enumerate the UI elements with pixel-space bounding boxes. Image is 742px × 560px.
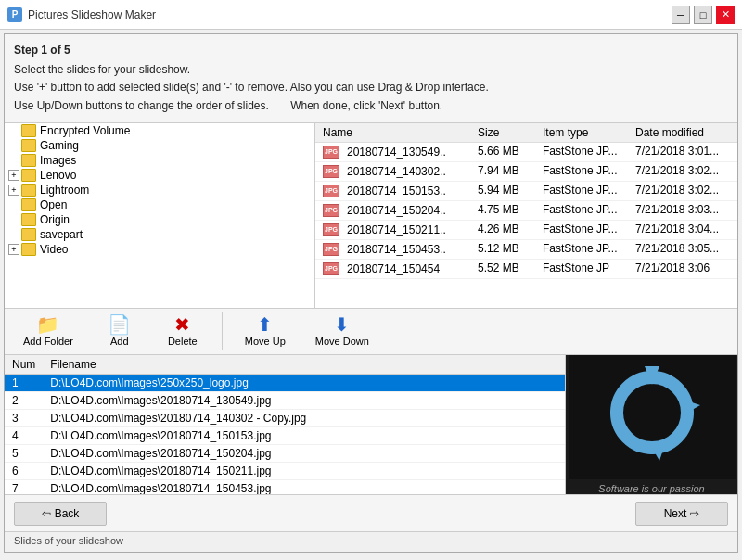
add-folder-button[interactable]: 📁 Add Folder	[12, 312, 84, 350]
instruction-line1: Select the slides for your slideshow.	[14, 61, 728, 79]
folder-label: Origin	[40, 213, 70, 226]
slides-col-filename: Filename	[43, 355, 565, 375]
file-row[interactable]: JPG20180714_140302..7.94 MBFastStone JP.…	[315, 162, 737, 182]
main-window: Step 1 of 5 Select the slides for your s…	[4, 33, 738, 553]
folder-label: Video	[40, 243, 68, 256]
table-row[interactable]: 6D:\LO4D.com\Images\20180714_150211.jpg	[5, 462, 565, 479]
window-title: Pictures Slideshow Maker	[28, 8, 666, 21]
folder-label: Gaming	[40, 139, 79, 152]
delete-icon: ✖	[174, 315, 190, 334]
add-label: Add	[110, 336, 129, 347]
slides-table[interactable]: Num Filename 1D:\LO4D.com\Images\250x250…	[5, 355, 565, 494]
delete-label: Delete	[168, 336, 198, 347]
back-button[interactable]: ⇦ Back	[14, 502, 107, 526]
preview-svg	[582, 362, 722, 473]
file-row[interactable]: JPG20180714_150453..5.12 MBFastStone JP.…	[315, 240, 737, 260]
file-row[interactable]: JPG20180714_150204..4.75 MBFastStone JP.…	[315, 201, 737, 221]
folder-tree-item[interactable]: +Lenovo	[5, 168, 314, 183]
back-arrow-icon: ⇦	[42, 507, 51, 520]
folder-tree-item[interactable]: Encrypted Volume	[5, 123, 314, 138]
table-row[interactable]: 2D:\LO4D.com\Images\20180714_130549.jpg	[5, 391, 565, 409]
file-row[interactable]: JPG20180714_1504545.52 MBFastStone JP7/2…	[315, 260, 737, 279]
folder-label: Open	[40, 198, 67, 211]
file-row[interactable]: JPG20180714_130549..5.66 MBFastStone JP.…	[315, 143, 737, 162]
toolbar: 📁 Add Folder 📄 Add ✖ Delete ⬆ Move Up ⬇ …	[5, 309, 737, 355]
add-icon: 📄	[108, 315, 131, 334]
table-row[interactable]: 7D:\LO4D.com\Images\20180714_150453.jpg	[5, 479, 565, 494]
title-bar: P Pictures Slideshow Maker ─ □ ✕	[0, 0, 742, 30]
file-list-header: Name Size Item type Date modified	[315, 123, 737, 143]
move-down-label: Move Down	[315, 336, 369, 347]
col-size: Size	[474, 125, 539, 140]
folder-tree-item[interactable]: Images	[5, 153, 314, 168]
window-controls: ─ □ ✕	[672, 6, 735, 24]
add-button[interactable]: 📄 Add	[92, 312, 147, 350]
folder-tree-item[interactable]: +Video	[5, 242, 314, 257]
maximize-button[interactable]: □	[694, 6, 712, 24]
col-type: Item type	[539, 125, 632, 140]
file-browser-section: Encrypted VolumeGamingImages+Lenovo+Ligh…	[5, 123, 737, 309]
folder-label: Lenovo	[40, 169, 76, 182]
next-arrow-icon: ⇨	[690, 507, 699, 520]
preview-panel: Software is our passion	[566, 355, 737, 494]
table-row[interactable]: 5D:\LO4D.com\Images\20180714_150204.jpg	[5, 444, 565, 462]
folder-tree-item[interactable]: +Lightroom	[5, 183, 314, 197]
minimize-button[interactable]: ─	[672, 6, 690, 24]
slides-col-num: Num	[5, 355, 43, 375]
step-label: Step 1 of 5	[14, 42, 728, 59]
bottom-section: Num Filename 1D:\LO4D.com\Images\250x250…	[5, 355, 737, 494]
status-text: Slides of your slideshow	[14, 535, 123, 546]
back-label: Back	[55, 507, 80, 520]
instruction-line3: Use Up/Down buttons to change the order …	[14, 97, 728, 115]
slides-list-panel: Num Filename 1D:\LO4D.com\Images\250x250…	[5, 355, 566, 494]
folder-label: Images	[40, 154, 76, 167]
toolbar-separator	[222, 312, 223, 350]
folder-tree-item[interactable]: Origin	[5, 212, 314, 227]
instructions-panel: Step 1 of 5 Select the slides for your s…	[5, 34, 737, 123]
instruction-line2: Use '+' button to add selected slide(s) …	[14, 79, 728, 96]
next-button[interactable]: Next ⇨	[635, 502, 728, 526]
preview-caption: Software is our passion	[598, 483, 704, 494]
file-row[interactable]: JPG20180714_150153..5.94 MBFastStone JP.…	[315, 182, 737, 201]
folder-label: Lightroom	[40, 184, 89, 197]
folder-tree-item[interactable]: savepart	[5, 227, 314, 242]
app-icon: P	[7, 7, 22, 22]
add-folder-icon: 📁	[36, 315, 59, 334]
move-down-icon: ⬇	[334, 315, 350, 334]
close-button[interactable]: ✕	[716, 6, 735, 24]
file-rows-container[interactable]: JPG20180714_130549..5.66 MBFastStone JP.…	[315, 143, 737, 279]
preview-image	[569, 355, 736, 479]
add-folder-label: Add Folder	[23, 336, 73, 347]
next-label: Next	[664, 507, 687, 520]
folder-tree[interactable]: Encrypted VolumeGamingImages+Lenovo+Ligh…	[5, 123, 315, 308]
move-down-button[interactable]: ⬇ Move Down	[304, 312, 380, 350]
move-up-icon: ⬆	[257, 315, 273, 334]
table-row[interactable]: 1D:\LO4D.com\Images\250x250_logo.jpg	[5, 374, 565, 391]
status-bar: Slides of your slideshow	[5, 531, 737, 552]
col-name: Name	[319, 125, 474, 140]
move-up-label: Move Up	[245, 336, 286, 347]
move-up-button[interactable]: ⬆ Move Up	[234, 312, 297, 350]
folder-tree-item[interactable]: Open	[5, 197, 314, 212]
folder-label: savepart	[40, 228, 83, 241]
nav-bar: ⇦ Back Next ⇨	[5, 494, 737, 531]
folder-tree-item[interactable]: Gaming	[5, 138, 314, 153]
delete-button[interactable]: ✖ Delete	[155, 312, 211, 350]
table-row[interactable]: 3D:\LO4D.com\Images\20180714_140302 - Co…	[5, 409, 565, 426]
file-list-panel[interactable]: Name Size Item type Date modified JPG201…	[315, 123, 737, 308]
folder-label: Encrypted Volume	[40, 124, 130, 137]
table-row[interactable]: 4D:\LO4D.com\Images\20180714_150153.jpg	[5, 426, 565, 444]
col-date: Date modified	[632, 125, 734, 140]
file-row[interactable]: JPG20180714_150211..4.26 MBFastStone JP.…	[315, 221, 737, 240]
